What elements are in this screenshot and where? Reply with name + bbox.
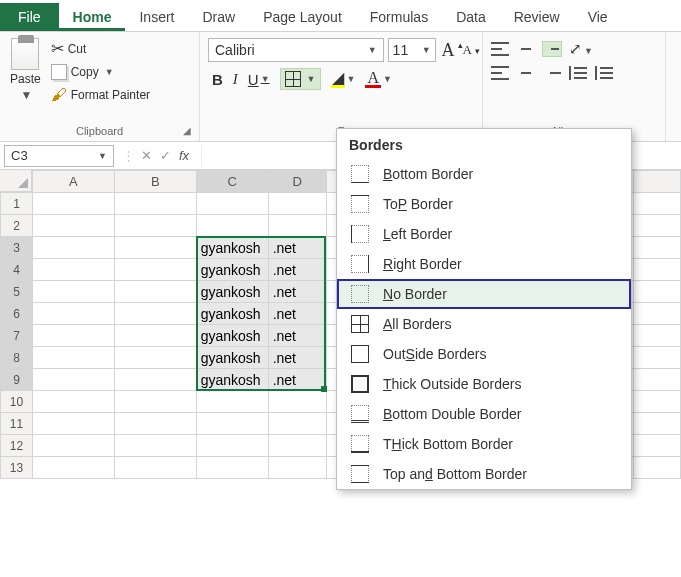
cell[interactable] xyxy=(114,259,196,281)
tab-draw[interactable]: Draw xyxy=(188,3,249,31)
cell[interactable] xyxy=(196,193,268,215)
font-name-select[interactable]: Calibri ▼ xyxy=(208,38,384,62)
cell[interactable]: .net xyxy=(268,347,326,369)
cell[interactable] xyxy=(634,193,681,215)
row-header[interactable]: 8 xyxy=(1,347,33,369)
cell[interactable] xyxy=(32,259,114,281)
copy-button[interactable]: Copy ▼ xyxy=(49,63,152,81)
underline-button[interactable]: U▼ xyxy=(248,71,270,88)
cell[interactable] xyxy=(634,391,681,413)
cell[interactable] xyxy=(32,303,114,325)
chevron-down-icon[interactable]: ▼ xyxy=(105,67,114,77)
cell[interactable] xyxy=(114,193,196,215)
tab-home[interactable]: Home xyxy=(59,3,126,31)
cell[interactable] xyxy=(634,457,681,479)
paste-button[interactable]: Paste ▼ xyxy=(6,36,45,104)
cell[interactable] xyxy=(634,303,681,325)
chevron-down-icon[interactable]: ▼ xyxy=(368,45,377,55)
cell[interactable]: .net xyxy=(268,259,326,281)
row-header[interactable]: 9 xyxy=(1,369,33,391)
cell[interactable] xyxy=(32,391,114,413)
border-menu-item[interactable]: No Border xyxy=(337,279,631,309)
cell[interactable]: .net xyxy=(268,369,326,391)
cell[interactable] xyxy=(114,303,196,325)
tab-data[interactable]: Data xyxy=(442,3,500,31)
cell[interactable]: gyankosh xyxy=(196,347,268,369)
orientation-button[interactable]: ⤢▼ xyxy=(569,40,593,58)
cell[interactable]: .net xyxy=(268,303,326,325)
row-header[interactable]: 7 xyxy=(1,325,33,347)
cell[interactable]: .net xyxy=(268,325,326,347)
fill-color-button[interactable]: ◢ ▼ xyxy=(331,71,356,88)
cell[interactable] xyxy=(196,457,268,479)
col-header[interactable]: D xyxy=(268,171,326,193)
align-center-button[interactable] xyxy=(517,66,535,80)
cell[interactable] xyxy=(634,281,681,303)
tab-formulas[interactable]: Formulas xyxy=(356,3,442,31)
tab-file[interactable]: File xyxy=(0,3,59,31)
cell[interactable]: .net xyxy=(268,281,326,303)
cell[interactable] xyxy=(32,435,114,457)
col-header[interactable]: A xyxy=(32,171,114,193)
cut-button[interactable]: ✂ Cut xyxy=(49,38,152,59)
cell[interactable]: gyankosh xyxy=(196,237,268,259)
cell[interactable] xyxy=(268,413,326,435)
cell[interactable] xyxy=(268,215,326,237)
border-menu-item[interactable]: OutSide Borders xyxy=(337,339,631,369)
align-top-button[interactable] xyxy=(491,42,509,56)
cell[interactable]: gyankosh xyxy=(196,281,268,303)
fx-icon[interactable]: fx xyxy=(179,148,189,163)
col-header[interactable] xyxy=(634,171,681,193)
border-menu-item[interactable]: Bottom Double Border xyxy=(337,399,631,429)
border-menu-item[interactable]: Right Border xyxy=(337,249,631,279)
format-painter-button[interactable]: 🖌 Format Painter xyxy=(49,85,152,105)
cell[interactable] xyxy=(114,281,196,303)
cell[interactable] xyxy=(634,369,681,391)
cell[interactable] xyxy=(114,413,196,435)
row-header[interactable]: 1 xyxy=(1,193,33,215)
cell[interactable] xyxy=(634,435,681,457)
cell[interactable] xyxy=(114,237,196,259)
chevron-down-icon[interactable]: ▼ xyxy=(347,74,356,84)
cell[interactable] xyxy=(634,325,681,347)
cell[interactable] xyxy=(634,237,681,259)
tab-insert[interactable]: Insert xyxy=(125,3,188,31)
row-header[interactable]: 4 xyxy=(1,259,33,281)
border-menu-item[interactable]: THick Bottom Border xyxy=(337,429,631,459)
row-header[interactable]: 3 xyxy=(1,237,33,259)
decrease-indent-button[interactable] xyxy=(569,66,587,80)
cell[interactable] xyxy=(196,215,268,237)
cell[interactable]: .net xyxy=(268,237,326,259)
italic-button[interactable]: I xyxy=(233,71,238,88)
border-menu-item[interactable]: Top and Bottom Border xyxy=(337,459,631,489)
cell[interactable] xyxy=(32,413,114,435)
cell[interactable] xyxy=(634,413,681,435)
cell[interactable] xyxy=(114,325,196,347)
cell[interactable] xyxy=(114,215,196,237)
row-header[interactable]: 2 xyxy=(1,215,33,237)
font-size-select[interactable]: 11 ▼ xyxy=(388,38,436,62)
bold-button[interactable]: B xyxy=(212,71,223,88)
border-menu-item[interactable]: Thick Outside Borders xyxy=(337,369,631,399)
dialog-launcher-icon[interactable]: ◢ xyxy=(183,125,195,137)
row-header[interactable]: 12 xyxy=(1,435,33,457)
cell[interactable] xyxy=(32,369,114,391)
cell[interactable] xyxy=(32,215,114,237)
cell[interactable] xyxy=(196,391,268,413)
chevron-down-icon[interactable]: ▼ xyxy=(307,74,316,84)
col-header[interactable]: B xyxy=(114,171,196,193)
cell[interactable]: gyankosh xyxy=(196,369,268,391)
cell[interactable]: gyankosh xyxy=(196,259,268,281)
cell[interactable] xyxy=(32,281,114,303)
chevron-down-icon[interactable]: ▼ xyxy=(20,88,32,102)
cell[interactable]: gyankosh xyxy=(196,303,268,325)
cell[interactable] xyxy=(196,435,268,457)
cell[interactable] xyxy=(268,457,326,479)
increase-font-button[interactable]: A xyxy=(440,40,457,61)
font-color-button[interactable]: A ▼ xyxy=(365,71,391,88)
tab-review[interactable]: Review xyxy=(500,3,574,31)
cell[interactable] xyxy=(634,259,681,281)
align-left-button[interactable] xyxy=(491,66,509,80)
row-header[interactable]: 10 xyxy=(1,391,33,413)
cell[interactable] xyxy=(634,347,681,369)
